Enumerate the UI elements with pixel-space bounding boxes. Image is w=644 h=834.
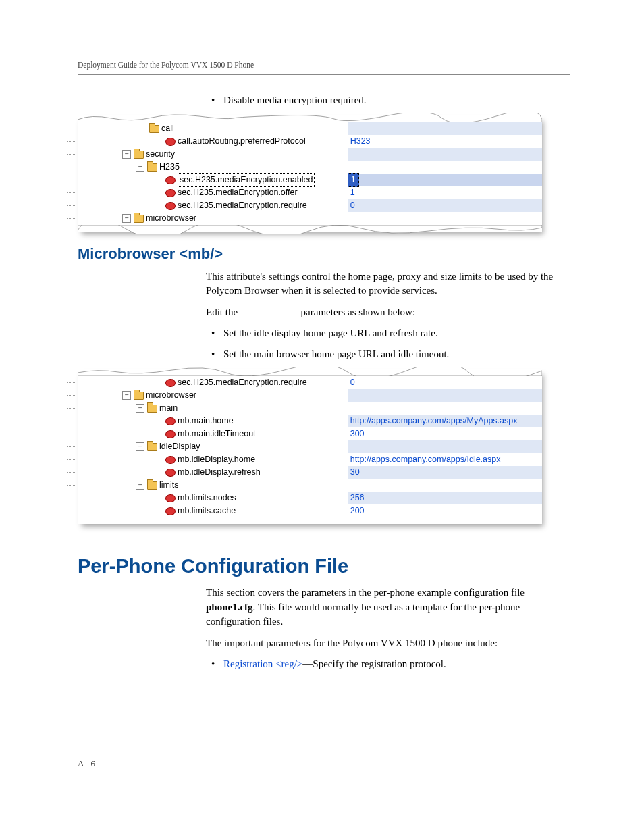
page-header: Deployment Guide for the Polycom VVX 150… [78,61,570,75]
param-icon [165,202,176,210]
heading-microbrowser: Microbrowser <mb/> [78,245,570,263]
tree-value: http://apps.company.com/apps/Idle.aspx [348,453,501,466]
tree-value: 0 [348,199,355,212]
tree-value: H323 [348,135,371,148]
param-icon [165,138,176,146]
bullet-registration: Registration <reg/>—Specify the registra… [206,658,570,671]
bullet: Set the main browser home page URL and i… [206,348,570,361]
tree-item-selected[interactable]: sec.H235.mediaEncryption.enabled [178,173,315,187]
tree-item[interactable]: sec.H235.mediaEncryption.offer [178,186,298,199]
folder-icon [147,443,157,451]
param-icon [165,189,176,197]
tree-folder[interactable]: microbrowser [146,389,196,402]
folder-icon [134,215,144,223]
tree-item[interactable]: mb.idleDisplay.refresh [178,466,261,479]
tree-folder[interactable]: main [159,402,178,415]
folder-icon [134,151,144,159]
config-tree-microbrowser: sec.H235.mediaEncryption.require − micro… [78,369,542,524]
folder-icon [149,125,159,133]
collapse-icon[interactable]: − [122,214,131,223]
tree-item[interactable]: mb.limits.nodes [178,492,236,504]
tree-item[interactable]: mb.main.idleTimeout [178,427,256,440]
param-icon [165,469,176,477]
param-icon [165,417,176,425]
tree-value: 1 [348,186,355,199]
tree-fragment-top: sec.H235.mediaEncryption.require [178,376,307,389]
tree-value: 256 [348,492,365,504]
tree-value: http://apps.company.com/apps/MyApps.aspx [348,415,518,427]
collapse-icon[interactable]: − [136,442,144,451]
tree-folder[interactable]: idleDisplay [159,440,200,453]
tree-value: 0 [348,376,355,389]
param-icon [165,176,176,184]
paragraph: This section covers the parameters in th… [206,585,570,629]
bullet: Set the idle display home page URL and r… [206,327,570,340]
page-number: A - 6 [78,758,95,769]
tree-fragment-top: call [161,122,174,135]
config-tree-call-security: call call.autoRouting.preferredProtocol … [78,115,542,232]
tree-value: 200 [348,504,365,517]
tree-item[interactable]: mb.idleDisplay.home [178,453,255,466]
tree-folder[interactable]: limits [159,479,178,492]
tree-value: 30 [348,466,360,479]
tree-item[interactable]: sec.H235.mediaEncryption.require [178,199,307,212]
folder-icon [147,405,157,413]
paragraph: Edit the parameters as shown below: [206,305,570,320]
tree-item[interactable]: mb.limits.cache [178,504,236,517]
collapse-icon[interactable]: − [136,404,144,413]
tree-folder[interactable]: microbrowser [146,212,196,225]
collapse-icon[interactable]: − [136,481,144,490]
tree-value: 300 [348,427,365,440]
tree-folder[interactable]: security [146,148,175,161]
collapse-icon[interactable]: − [122,391,131,400]
param-icon [165,507,176,515]
folder-icon [147,163,157,172]
collapse-icon[interactable]: − [122,150,131,159]
folder-icon [147,481,157,490]
tree-item[interactable]: call.autoRouting.preferredProtocol [178,135,306,148]
folder-icon [134,392,144,400]
bullet-disable-media: Disable media encryption required. [206,94,570,107]
param-icon [165,494,176,502]
heading-per-phone-config: Per-Phone Configuration File [78,555,570,577]
paragraph: This attribute's settings control the ho… [206,269,570,299]
tree-folder[interactable]: H235 [159,161,180,174]
collapse-icon[interactable]: − [136,163,144,172]
link-registration[interactable]: Registration <reg/> [223,658,302,669]
tree-value-selected: 1 [348,173,359,187]
tree-item[interactable]: mb.main.home [178,415,234,427]
param-icon [165,379,176,387]
param-icon [165,430,176,438]
param-icon [165,456,176,464]
paragraph: The important parameters for the Polycom… [206,636,570,651]
